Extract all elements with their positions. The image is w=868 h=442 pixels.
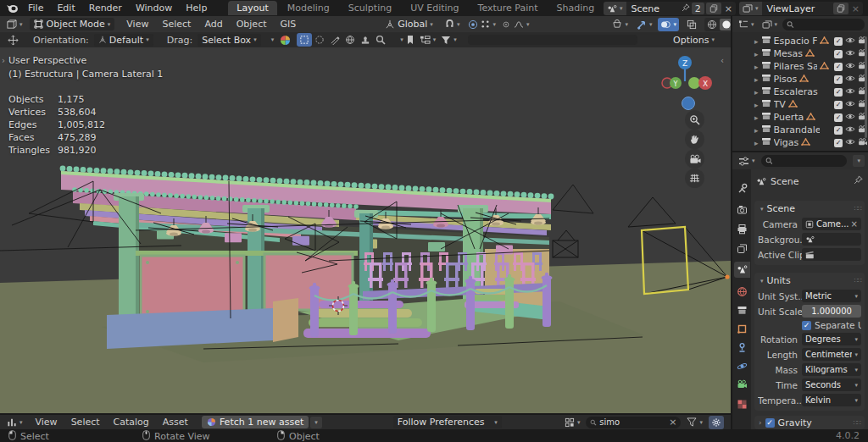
menu-edit[interactable]: Edit	[50, 3, 81, 14]
pan-hand-button[interactable]	[685, 130, 704, 149]
properties-editor-icon[interactable]: ▾	[736, 154, 758, 168]
asset-editor-icon[interactable]: ▾	[4, 416, 25, 429]
stamp-tool-icon[interactable]	[358, 33, 373, 47]
collection-checkbox[interactable]: ✓	[834, 126, 843, 135]
color-wheel-icon[interactable]	[277, 33, 293, 47]
hide-eye-icon[interactable]	[845, 61, 855, 72]
properties-search-input[interactable]	[775, 157, 843, 166]
menu-file[interactable]: File	[21, 3, 50, 14]
collection-name[interactable]: Espacio Frec	[774, 36, 817, 47]
properties-tab-render[interactable]	[734, 202, 750, 218]
camera-view-button[interactable]	[685, 149, 704, 169]
collection-name[interactable]: Pilares Salón	[774, 61, 817, 72]
hide-eye-icon[interactable]	[845, 99, 855, 110]
breadcrumb-pin-icon[interactable]	[854, 175, 863, 187]
collection-name[interactable]: Escaleras	[774, 86, 818, 97]
editor-type-dropdown[interactable]: ▾	[3, 18, 25, 31]
outliner-row-pisos[interactable]: ▸Pisos✓	[732, 73, 868, 86]
hide-eye-icon[interactable]	[845, 36, 855, 47]
workspace-tab-shading[interactable]: Shading	[548, 1, 604, 15]
collection-checkbox[interactable]: ✓	[834, 37, 843, 46]
viewport-menu-select[interactable]: Select	[155, 19, 198, 30]
search-tool-icon[interactable]	[373, 33, 388, 47]
camera-object-secondary[interactable]	[553, 230, 578, 257]
collection-name[interactable]: Pisos	[774, 74, 798, 85]
pin-icon[interactable]	[682, 3, 690, 14]
asset-menu-select[interactable]: Select	[64, 417, 107, 428]
expand-arrow-icon[interactable]: ▸	[754, 75, 759, 84]
outliner-row-mesas[interactable]: ▸Mesas✓	[732, 47, 868, 60]
outliner-scrollbar[interactable]	[865, 36, 867, 138]
panel-gravity[interactable]: ›✓Gravity∷∷	[754, 416, 865, 429]
scene-panel-header[interactable]: ▾Scene∷∷	[758, 202, 861, 215]
viewport-3d[interactable]: User Perspective (1) Estructura | Camera…	[0, 47, 731, 413]
expand-arrow-icon[interactable]: ▸	[754, 50, 759, 58]
properties-tab-output[interactable]	[734, 221, 750, 237]
properties-options-icon[interactable]: ▾	[853, 155, 865, 167]
workspace-tab-sculpting[interactable]: Sculpting	[340, 1, 400, 15]
collection-name[interactable]: Vigas	[774, 137, 799, 148]
collection-checkbox[interactable]: ✓	[834, 63, 843, 71]
mass-dropdown[interactable]: Kilograms▾	[802, 363, 861, 376]
separate-units-checkbox[interactable]: ✓	[802, 321, 811, 330]
workspace-tab-layout[interactable]: Layout	[228, 1, 276, 15]
select-circle-tool-icon[interactable]	[312, 33, 327, 47]
viewport-menu-add[interactable]: Add	[198, 19, 229, 30]
gizmos-toggle-icon[interactable]: ▾	[634, 18, 655, 31]
outliner-row-escaleras[interactable]: ▸Escaleras✓	[732, 86, 868, 98]
outliner-search[interactable]	[782, 19, 865, 30]
background-scene-selector[interactable]	[802, 233, 861, 246]
expand-arrow-icon[interactable]: ▸	[754, 37, 759, 46]
properties-tab-tool[interactable]	[734, 180, 750, 196]
camera-selector[interactable]: Came... ×	[802, 218, 861, 230]
units-panel-header[interactable]: ▾Units∷∷	[758, 274, 861, 287]
scene-users-count[interactable]: 2	[692, 3, 704, 14]
blender-logo-icon[interactable]	[3, 2, 21, 15]
tempera--dropdown[interactable]: Kelvin▾	[802, 394, 861, 406]
properties-tab-texture[interactable]	[734, 396, 750, 412]
orientation-dropdown[interactable]: Default▾	[94, 34, 153, 47]
outliner-editor-icon[interactable]: ▾	[736, 18, 757, 31]
fetch-dropdown-icon[interactable]: ▾	[310, 417, 322, 428]
viewport-menu-view[interactable]: View	[120, 19, 155, 30]
clear-search-icon[interactable]: ×	[669, 417, 676, 428]
scene-name[interactable]: Scene	[626, 3, 682, 14]
asset-menu-view[interactable]: View	[29, 417, 64, 428]
menu-window[interactable]: Window	[129, 3, 179, 14]
move-tool-icon[interactable]	[5, 33, 21, 47]
ortho-grid-button[interactable]	[685, 169, 704, 188]
globe-tool-icon[interactable]	[342, 33, 358, 47]
proportional-falloff-icon[interactable]: ▾	[498, 18, 532, 31]
annotate-tool-icon[interactable]	[327, 33, 342, 47]
time-dropdown[interactable]: Seconds▾	[802, 378, 861, 391]
new-viewlayer-button[interactable]	[833, 3, 849, 14]
collection-name[interactable]: TV	[774, 99, 786, 110]
expand-arrow-icon[interactable]: ▸	[754, 113, 759, 122]
properties-tab-world[interactable]	[734, 284, 750, 300]
properties-tab-physics[interactable]	[734, 358, 750, 374]
length-dropdown[interactable]: Centimeters▾	[802, 348, 861, 361]
expand-arrow-icon[interactable]: ▸	[754, 139, 759, 147]
outliner-display-mode-icon[interactable]: ▾	[760, 18, 781, 31]
collection-checkbox[interactable]: ✓	[834, 101, 843, 109]
outliner-row-puerta[interactable]: ▸Puerta✓	[732, 111, 868, 124]
collection-name[interactable]: Mesas	[774, 48, 803, 59]
viewport-menu-object[interactable]: Object	[230, 19, 274, 30]
navigation-gizmo[interactable]: Z Y X	[658, 52, 722, 117]
hide-eye-icon[interactable]	[845, 112, 855, 123]
asset-settings-gear-icon[interactable]	[709, 416, 724, 429]
hide-eye-icon[interactable]	[845, 124, 855, 135]
scene-selector[interactable]: ▾ Scene 2 ×	[604, 2, 736, 15]
hide-eye-icon[interactable]	[845, 137, 855, 148]
active-clip-selector[interactable]	[802, 248, 861, 261]
hide-eye-icon[interactable]	[845, 48, 855, 59]
expand-arrow-icon[interactable]: ▸	[754, 63, 759, 71]
outliner-row-vigas[interactable]: ▸Vigas✓	[732, 136, 868, 149]
remove-viewlayer-button[interactable]: ×	[849, 3, 863, 14]
unlink-scene-button[interactable]: ×	[721, 3, 736, 14]
menu-render[interactable]: Render	[82, 3, 129, 14]
viewlayer-name[interactable]: ViewLayer	[762, 3, 832, 14]
gravity-checkbox[interactable]: ✓	[765, 418, 775, 428]
properties-tab-const[interactable]	[734, 340, 750, 356]
mode-selector[interactable]: Object Mode▾	[30, 18, 115, 30]
